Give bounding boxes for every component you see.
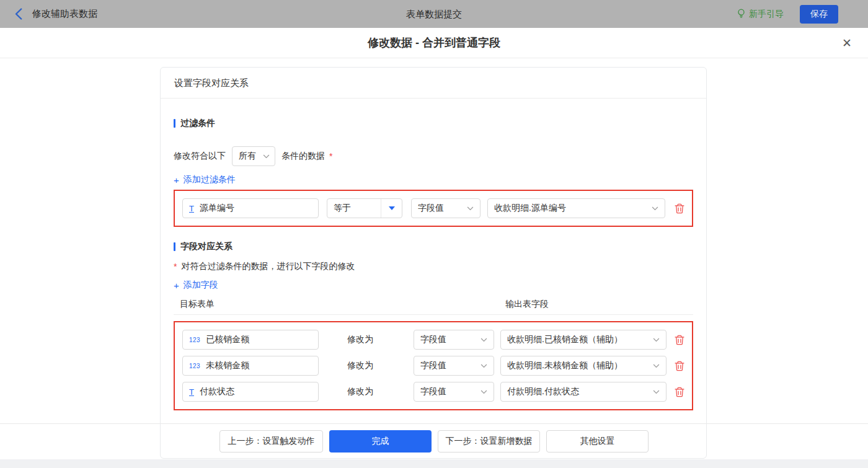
next-step-button[interactable]: 下一步：设置新增数据 (438, 430, 540, 453)
plus-icon: + (174, 175, 179, 185)
add-filter-condition-link[interactable]: + 添加过滤条件 (174, 174, 236, 186)
footer-buttons: 上一步：设置触发动作 完成 下一步：设置新增数据 其他设置 (0, 430, 868, 453)
column-output-field: 输出表字段 (505, 299, 549, 310)
chevron-down-icon (480, 338, 487, 342)
delete-row-trash-icon[interactable] (675, 335, 684, 345)
done-button[interactable]: 完成 (329, 430, 432, 453)
target-field-name: 未核销金额 (206, 360, 249, 371)
chevron-down-icon (467, 206, 474, 211)
match-prefix-text: 修改符合以下 (174, 151, 226, 162)
mapping-table-header: 目标表单 输出表字段 (174, 299, 693, 315)
operator-value: 等于 (327, 199, 381, 218)
topbar-right: 新手引导 保存 (737, 0, 838, 28)
section-bar-icon (174, 242, 175, 251)
topbar-left: 修改辅助表数据 (15, 0, 97, 28)
filter-condition-highlight-box: T 源单编号 等于 字段值 (174, 190, 693, 227)
value-type-select[interactable]: 字段值 (411, 198, 480, 218)
modify-to-label: 修改为 (347, 386, 374, 397)
prev-step-button[interactable]: 上一步：设置触发动作 (219, 430, 323, 453)
output-field-value: 收款明细.已核销金额（辅助） (507, 334, 622, 345)
section-bar-icon (174, 119, 175, 128)
add-field-link[interactable]: + 添加字段 (174, 279, 218, 291)
card-content: 过滤条件 修改符合以下 所有 条件的数据 * + 添加过滤条件 (161, 117, 706, 410)
chevron-down-icon (653, 364, 660, 368)
value-type-value: 字段值 (420, 334, 446, 345)
match-mode-value: 所有 (239, 151, 256, 162)
mapping-description: * 对符合过滤条件的数据，进行以下字段的修改 (174, 260, 693, 273)
required-mark: * (174, 262, 177, 272)
filter-match-line: 修改符合以下 所有 条件的数据 * (174, 146, 693, 166)
mapping-row: 123 未核销金额 修改为 字段值 收款明细.未核销金额（辅助） (182, 356, 684, 376)
output-field-select[interactable]: 付款明细.付款状态 (500, 382, 666, 402)
text-field-icon: T (189, 387, 194, 397)
mapping-description-text: 对符合过滤条件的数据，进行以下字段的修改 (181, 261, 355, 272)
modify-to-label: 修改为 (347, 334, 374, 345)
chevron-down-icon (653, 338, 660, 342)
field-mapping-card: 设置字段对应关系 过滤条件 修改符合以下 所有 条件的数据 (160, 67, 707, 459)
output-field-select[interactable]: 收款明细.未核销金额（辅助） (500, 356, 666, 376)
lightbulb-icon (737, 8, 746, 20)
output-field-value: 收款明细.未核销金额（辅助） (507, 360, 622, 371)
mapping-section-title: 字段对应关系 (174, 241, 693, 253)
page-title: 表单数据提交 (406, 0, 462, 28)
footer-divider (0, 423, 868, 424)
target-field-input[interactable]: T 付款状态 (182, 382, 319, 402)
filter-section-title-text: 过滤条件 (180, 118, 215, 129)
save-button[interactable]: 保存 (800, 5, 838, 24)
back-label[interactable]: 修改辅助表数据 (32, 8, 97, 20)
chevron-down-icon (480, 390, 487, 394)
value-field-select[interactable]: 收款明细.源单编号 (487, 198, 665, 218)
text-field-icon: T (189, 204, 194, 213)
delete-condition-trash-icon[interactable] (675, 203, 684, 214)
value-field-value: 收款明细.源单编号 (494, 203, 566, 214)
delete-row-trash-icon[interactable] (675, 361, 684, 371)
modify-to-label: 修改为 (347, 360, 374, 371)
value-type-value: 字段值 (420, 386, 446, 397)
screen: 修改辅助表数据 表单数据提交 新手引导 保存 修改数据 - 合并到普通字段 ✕ … (0, 0, 868, 468)
back-icon[interactable] (15, 8, 22, 20)
mapping-row: 123 已核销金额 修改为 字段值 收款明细.已核销金额（辅助） (182, 330, 684, 350)
value-type-value: 字段值 (418, 203, 444, 214)
value-type-select[interactable]: 字段值 (414, 382, 494, 402)
value-type-select[interactable]: 字段值 (414, 330, 494, 350)
other-settings-button[interactable]: 其他设置 (546, 430, 649, 453)
card-header: 设置字段对应关系 (161, 68, 706, 99)
delete-row-trash-icon[interactable] (675, 387, 684, 397)
match-suffix-text: 条件的数据 (281, 151, 325, 162)
mapping-row: T 付款状态 修改为 字段值 付款明细.付款状态 (182, 382, 684, 402)
output-field-value: 付款明细.付款状态 (507, 386, 579, 397)
close-icon[interactable]: ✕ (842, 37, 852, 49)
modal-header: 修改数据 - 合并到普通字段 ✕ (0, 28, 868, 58)
bottom-strip (0, 459, 868, 468)
chevron-down-icon (263, 154, 270, 159)
chevron-down-icon (653, 390, 660, 394)
target-field-name: 付款状态 (200, 386, 234, 397)
beginner-guide-label: 新手引导 (749, 9, 784, 20)
modal-title: 修改数据 - 合并到普通字段 (368, 35, 500, 50)
filter-field-name: 源单编号 (200, 203, 234, 214)
match-mode-select[interactable]: 所有 (232, 146, 275, 166)
operator-select[interactable]: 等于 (327, 198, 402, 218)
output-field-select[interactable]: 收款明细.已核销金额（辅助） (500, 330, 666, 350)
required-mark: * (329, 151, 332, 161)
target-field-input[interactable]: 123 未核销金额 (182, 356, 319, 376)
caret-down-icon[interactable] (381, 199, 402, 218)
filter-field-input[interactable]: T 源单编号 (182, 198, 319, 218)
column-target-form: 目标表单 (180, 299, 215, 310)
value-type-value: 字段值 (420, 360, 446, 371)
number-field-icon: 123 (189, 337, 200, 343)
number-field-icon: 123 (189, 363, 200, 369)
add-filter-condition-label: 添加过滤条件 (184, 174, 236, 185)
chevron-down-icon (652, 206, 658, 211)
modal: 修改数据 - 合并到普通字段 ✕ 设置字段对应关系 过滤条件 修改符合以下 所有 (0, 28, 868, 468)
target-field-name: 已核销金额 (206, 334, 249, 345)
plus-icon: + (174, 280, 179, 291)
add-field-label: 添加字段 (184, 280, 218, 291)
mapping-highlight-box: 123 已核销金额 修改为 字段值 收款明细.已核销金额（辅助） (174, 321, 693, 410)
filter-section-title: 过滤条件 (174, 117, 693, 130)
target-field-input[interactable]: 123 已核销金额 (182, 330, 319, 350)
chevron-down-icon (480, 364, 487, 368)
value-type-select[interactable]: 字段值 (414, 356, 494, 376)
filter-condition-row: T 源单编号 等于 字段值 (182, 198, 684, 218)
beginner-guide-link[interactable]: 新手引导 (737, 8, 784, 20)
